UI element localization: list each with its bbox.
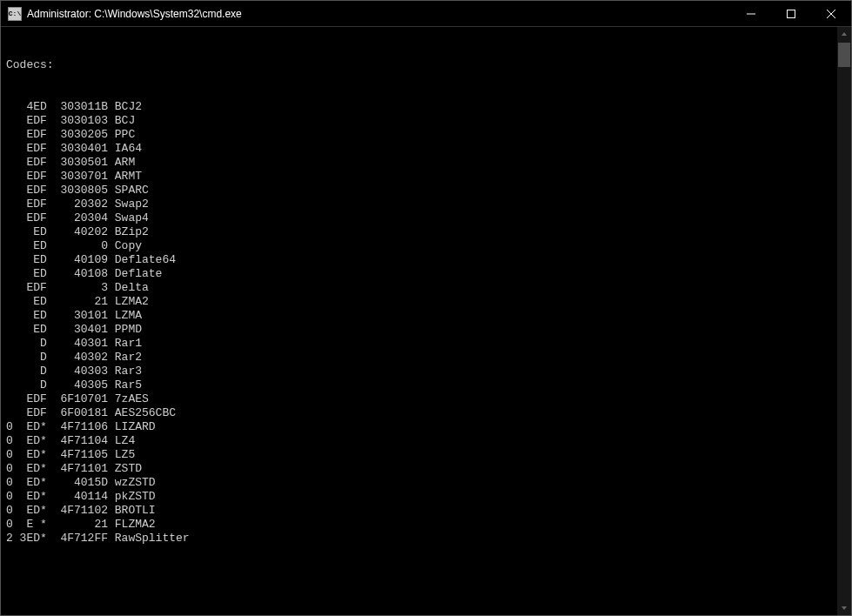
codec-flags: ED*: [13, 490, 47, 504]
scroll-down-arrow-icon[interactable]: [837, 601, 851, 615]
svg-marker-5: [842, 606, 847, 610]
codec-name: Rar2: [108, 351, 142, 365]
codec-id: 4F71104: [47, 434, 108, 448]
blank-line: [6, 573, 832, 587]
codec-flags: ED: [13, 309, 47, 323]
codec-row: 0ED*4F71104LZ4: [6, 434, 832, 448]
codec-name: SPARC: [108, 184, 149, 198]
codec-id: 40109: [47, 253, 108, 267]
codec-id: 40301: [47, 337, 108, 351]
codec-row: D40302Rar2: [6, 351, 832, 365]
codec-col1: 0: [6, 462, 13, 476]
codec-col1: [6, 365, 13, 378]
codec-col1: 0: [6, 476, 13, 490]
codec-row: ED40202BZip2: [6, 225, 832, 239]
codec-col1: [6, 198, 13, 211]
codec-id: 3030401: [47, 142, 108, 156]
codec-flags: EDF: [13, 211, 47, 225]
codec-row: 0E *21FLZMA2: [6, 518, 832, 532]
codec-flags: EDF: [13, 128, 47, 142]
maximize-button[interactable]: [771, 1, 811, 26]
codec-row: EDF6F107017zAES: [6, 392, 832, 406]
codec-flags: ED*: [13, 448, 47, 462]
codec-row: 0ED*40114pkZSTD: [6, 490, 832, 504]
codec-row: ED21LZMA2: [6, 295, 832, 309]
codec-flags: EDF: [13, 170, 47, 184]
codec-flags: ED*: [13, 434, 47, 448]
titlebar[interactable]: C:\ Administrator: C:\Windows\System32\c…: [1, 1, 851, 27]
codec-name: LZ5: [108, 448, 135, 462]
scrollbar-thumb[interactable]: [838, 43, 850, 67]
codec-id: 30101: [47, 309, 108, 323]
codec-name: ARMT: [108, 170, 142, 184]
codec-name: IA64: [108, 142, 142, 156]
codec-id: 3: [47, 281, 108, 295]
codec-id: 40303: [47, 365, 108, 378]
scroll-up-arrow-icon[interactable]: [837, 27, 851, 41]
codec-name: Copy: [108, 239, 142, 253]
codec-name: pkZSTD: [108, 490, 156, 504]
codec-flags: EDF: [13, 406, 47, 420]
window-controls: [731, 1, 851, 26]
codec-col1: [6, 323, 13, 337]
codec-col1: 0: [6, 490, 13, 504]
codec-row: EDF3Delta: [6, 281, 832, 295]
codec-name: BCJ: [108, 114, 135, 128]
codec-row: EDF20302Swap2: [6, 198, 832, 211]
codec-id: 3030501: [47, 156, 108, 170]
codec-id: 4F71102: [47, 504, 108, 518]
codec-col1: [6, 309, 13, 323]
codec-id: 4F712FF: [47, 532, 108, 546]
codec-row: ED30101LZMA: [6, 309, 832, 323]
codec-name: Deflate: [108, 267, 162, 281]
codec-row: EDF20304Swap4: [6, 211, 832, 225]
codec-name: FLZMA2: [108, 518, 156, 532]
codec-name: 7zAES: [108, 392, 149, 406]
codec-row: ED40108Deflate: [6, 267, 832, 281]
codec-name: ZSTD: [108, 462, 142, 476]
codec-flags: ED: [13, 323, 47, 337]
codec-flags: D: [13, 378, 47, 392]
codec-flags: D: [13, 337, 47, 351]
vertical-scrollbar[interactable]: [837, 27, 851, 615]
codec-col1: [6, 128, 13, 142]
codec-name: ARM: [108, 156, 135, 170]
codec-col1: [6, 281, 13, 295]
terminal-output[interactable]: Codecs: 4ED303011BBCJ2 EDF3030103BCJ EDF…: [1, 27, 837, 615]
codec-flags: ED: [13, 225, 47, 239]
codec-id: 3030805: [47, 184, 108, 198]
codec-id: 40108: [47, 267, 108, 281]
codec-col1: [6, 267, 13, 281]
codec-col1: [6, 114, 13, 128]
codec-col1: [6, 351, 13, 365]
codec-flags: ED*: [13, 462, 47, 476]
codec-flags: ED: [13, 239, 47, 253]
codec-row: EDF6F00181AES256CBC: [6, 406, 832, 420]
codec-row: 0ED*4015DwzZSTD: [6, 476, 832, 490]
codec-row: 0ED*4F71101ZSTD: [6, 462, 832, 476]
codec-id: 30401: [47, 323, 108, 337]
codec-flags: EDF: [13, 114, 47, 128]
codec-id: 4015D: [47, 476, 108, 490]
close-button[interactable]: [811, 1, 851, 26]
codec-row: EDF3030103BCJ: [6, 114, 832, 128]
codec-col1: [6, 225, 13, 239]
codec-name: LZMA: [108, 309, 142, 323]
codec-id: 21: [47, 295, 108, 309]
svg-rect-1: [788, 10, 795, 17]
codec-name: BROTLI: [108, 504, 156, 518]
codec-flags: EDF: [13, 198, 47, 211]
codec-col1: [6, 100, 13, 114]
codec-flags: D: [13, 351, 47, 365]
codec-flags: ED: [13, 253, 47, 267]
codec-row: D40301Rar1: [6, 337, 832, 351]
codec-col1: 0: [6, 434, 13, 448]
codec-row: 4ED303011BBCJ2: [6, 100, 832, 114]
codec-name: BCJ2: [108, 100, 142, 114]
codec-col1: [6, 142, 13, 156]
codec-flags: ED*: [13, 420, 47, 434]
codec-flags: 4ED: [13, 100, 47, 114]
minimize-button[interactable]: [731, 1, 771, 26]
codec-flags: ED: [13, 295, 47, 309]
codec-col1: [6, 156, 13, 170]
